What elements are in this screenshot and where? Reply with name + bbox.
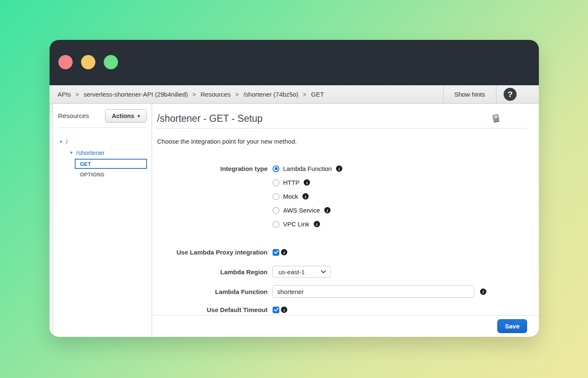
help-icon[interactable]: ? [504, 88, 517, 101]
breadcrumb-bar: APIs > serverless-shortener-API (29b4nil… [50, 85, 539, 104]
caret-down-icon: ▾ [137, 113, 140, 119]
radio-option-lambda-function[interactable]: Lambda Function i [273, 164, 342, 173]
page-title: /shortener - GET - Setup [157, 112, 262, 125]
tree-expand-icon[interactable]: ▾ [70, 150, 73, 155]
default-timeout-checkbox[interactable] [273, 307, 279, 313]
title-row: /shortener - GET - Setup [157, 112, 527, 126]
default-timeout-label: Use Default Timeout [157, 305, 268, 314]
form-footer: Save [152, 315, 539, 337]
resource-tree: ▾ / ▾ /shortener GET OPTIONS [53, 136, 152, 178]
window-titlebar [50, 40, 539, 85]
tree-method-get[interactable]: GET [75, 159, 147, 169]
info-icon[interactable]: i [480, 289, 486, 295]
breadcrumb-separator: > [303, 91, 306, 98]
info-icon[interactable]: i [314, 221, 320, 227]
radio-option-mock[interactable]: Mock i [273, 192, 342, 201]
default-timeout-row: Use Default Timeout i [157, 305, 527, 314]
radio-icon[interactable] [273, 179, 279, 186]
zoom-window-button[interactable] [104, 55, 118, 69]
integration-type-row: Integration type Lambda Function i HTTP … [157, 164, 527, 234]
documentation-book-icon[interactable] [490, 113, 501, 126]
lambda-function-input[interactable] [273, 285, 474, 298]
sidebar-divider [58, 127, 147, 128]
radio-icon[interactable] [273, 221, 279, 228]
breadcrumb-separator: > [235, 91, 239, 98]
sidebar-header: Resources Actions ▾ [53, 109, 152, 123]
tree-link-root[interactable]: / [66, 138, 68, 145]
radio-icon[interactable] [273, 207, 279, 214]
info-icon[interactable]: i [304, 179, 310, 186]
setup-form: Integration type Lambda Function i HTTP … [157, 164, 527, 314]
radio-option-http[interactable]: HTTP i [273, 178, 342, 187]
breadcrumb-apis[interactable]: APIs [58, 91, 71, 98]
setup-panel: /shortener - GET - Setup Choose the in [152, 104, 539, 337]
lambda-function-row: Lambda Function i [157, 285, 527, 298]
info-icon[interactable]: i [336, 165, 342, 172]
breadcrumb-method: GET [311, 91, 324, 98]
lambda-region-value: us-east-1 [278, 268, 321, 276]
app-body: Resources Actions ▾ ▾ / ▾ /shortener GET [50, 104, 539, 337]
info-icon[interactable]: i [281, 307, 287, 313]
close-window-button[interactable] [58, 55, 73, 69]
breadcrumb-api-name[interactable]: serverless-shortener-API (29b4nilied) [84, 91, 188, 98]
radio-label[interactable]: AWS Service [283, 207, 320, 214]
lambda-region-row: Lambda Region us-east-1 [157, 266, 527, 278]
radio-label[interactable]: HTTP [283, 179, 299, 186]
breadcrumb-resources[interactable]: Resources [201, 91, 231, 98]
radio-icon[interactable] [273, 193, 279, 200]
breadcrumb-separator: > [192, 91, 196, 98]
breadcrumb-resource-path[interactable]: /shortener (74bz5o) [243, 91, 298, 98]
proxy-integration-label: Use Lambda Proxy integration [157, 248, 268, 257]
radio-icon[interactable] [273, 165, 279, 172]
radio-option-vpc-link[interactable]: VPC Link i [273, 220, 342, 228]
radio-label[interactable]: VPC Link [283, 220, 310, 228]
chevron-down-icon [321, 270, 326, 273]
minimize-window-button[interactable] [81, 55, 95, 69]
actions-button[interactable]: Actions ▾ [105, 109, 147, 123]
radio-option-aws-service[interactable]: AWS Service i [273, 206, 342, 215]
proxy-integration-row: Use Lambda Proxy integration i [157, 248, 527, 257]
sidebar-title: Resources [58, 112, 89, 120]
breadcrumb-separator: > [76, 91, 79, 98]
save-button[interactable]: Save [497, 319, 527, 333]
lambda-region-select[interactable]: us-east-1 [273, 266, 331, 278]
tree-method-options[interactable]: OPTIONS [80, 171, 152, 178]
lambda-region-label: Lambda Region [157, 268, 268, 276]
show-hints-button[interactable]: Show hints [443, 85, 496, 103]
help-cell: ? [496, 85, 539, 103]
left-nav-gutter [50, 104, 53, 337]
tree-row-root: ▾ / [53, 136, 152, 147]
resources-sidebar: Resources Actions ▾ ▾ / ▾ /shortener GET [53, 104, 152, 337]
radio-label[interactable]: Lambda Function [283, 165, 332, 172]
info-icon[interactable]: i [281, 249, 287, 255]
tree-row-shortener: ▾ /shortener [53, 147, 152, 158]
panel-collapse-handle[interactable] [50, 105, 53, 112]
show-hints-label: Show hints [454, 91, 485, 98]
proxy-integration-checkbox[interactable] [273, 249, 279, 256]
setup-description: Choose the integration point for your ne… [157, 138, 527, 145]
info-icon[interactable]: i [302, 193, 309, 200]
app-window: APIs > serverless-shortener-API (29b4nil… [50, 40, 539, 337]
info-icon[interactable]: i [324, 207, 331, 213]
tree-link-shortener[interactable]: /shortener [76, 149, 105, 156]
actions-button-label: Actions [112, 113, 134, 119]
integration-type-label: Integration type [157, 164, 268, 173]
breadcrumb: APIs > serverless-shortener-API (29b4nil… [50, 85, 443, 103]
tree-method-get-label: GET [80, 161, 91, 167]
lambda-function-label: Lambda Function [157, 287, 268, 296]
integration-type-options: Lambda Function i HTTP i Mock i [273, 164, 342, 234]
tree-expand-icon[interactable]: ▾ [60, 139, 62, 144]
title-divider [157, 128, 527, 129]
radio-label[interactable]: Mock [283, 193, 298, 200]
